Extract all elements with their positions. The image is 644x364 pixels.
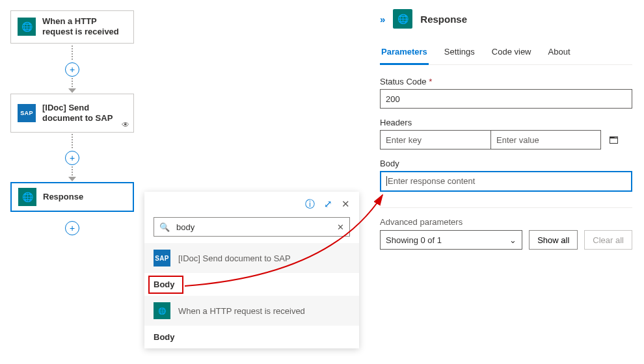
edit-headers-icon[interactable]: 🗔: [609, 135, 619, 146]
globe-icon: 🌐: [393, 9, 412, 29]
expand-icon[interactable]: ⤢: [324, 198, 332, 211]
search-icon: 🔍: [159, 222, 170, 232]
chevron-down-icon: ⌄: [509, 235, 517, 245]
token-group-title: [IDoc] Send document to SAP: [178, 254, 291, 263]
body-placeholder-text: Enter response content: [386, 176, 475, 186]
add-step-button[interactable]: +: [65, 151, 79, 165]
panel-title: Response: [420, 14, 467, 25]
sap-icon: SAP: [18, 104, 36, 122]
tab-parameters[interactable]: Parameters: [380, 43, 429, 65]
clear-search-icon[interactable]: ✕: [337, 222, 344, 232]
token-group-title: When a HTTP request is received: [178, 306, 305, 316]
node-label: When a HTTP request is received: [42, 16, 127, 38]
status-code-label: Status Code *: [380, 77, 632, 86]
globe-icon: 🌐: [18, 188, 36, 206]
token-picker: ⓘ ⤢ ✕ 🔍 ✕ SAP [IDoc] Send document to SA…: [144, 192, 359, 348]
headers-label: Headers: [380, 118, 632, 127]
details-panel: » 🌐 Response Parameters Settings Code vi…: [371, 0, 644, 364]
clear-all-button[interactable]: Clear all: [584, 230, 632, 250]
node-sap-send[interactable]: SAP [IDoc] Send document to SAP 👁: [10, 94, 134, 133]
token-search[interactable]: 🔍 ✕: [154, 217, 350, 237]
sap-icon: SAP: [154, 250, 170, 266]
body-label: Body: [380, 159, 632, 168]
advanced-params-select[interactable]: Showing 0 of 1 ⌄: [380, 230, 522, 250]
node-response[interactable]: 🌐 Response: [10, 182, 134, 212]
node-label: [IDoc] Send document to SAP: [42, 103, 127, 124]
header-key-input[interactable]: [380, 130, 490, 150]
arrowhead-icon: [68, 88, 76, 93]
token-group-sap[interactable]: SAP [IDoc] Send document to SAP: [144, 243, 359, 273]
add-step-button[interactable]: +: [65, 62, 79, 77]
connector-line: [72, 134, 73, 150]
advanced-params-value: Showing 0 of 1: [386, 235, 442, 245]
node-http-trigger[interactable]: 🌐 When a HTTP request is received: [10, 10, 134, 44]
collapse-panel-icon[interactable]: »: [380, 14, 385, 25]
tab-about[interactable]: About: [547, 43, 572, 64]
header-value-input[interactable]: [490, 130, 601, 150]
token-label: Body: [154, 280, 175, 289]
show-all-button[interactable]: Show all: [529, 230, 578, 250]
info-icon[interactable]: ⓘ: [305, 198, 315, 211]
token-item-body[interactable]: Body: [144, 326, 359, 348]
connector-line: [72, 46, 73, 61]
token-group-http[interactable]: 🌐 When a HTTP request is received: [144, 296, 359, 326]
preview-icon: 👁: [122, 120, 129, 129]
token-item-body[interactable]: Body: [144, 273, 359, 296]
panel-tabs: Parameters Settings Code view About: [380, 43, 632, 65]
close-icon[interactable]: ✕: [342, 198, 350, 211]
tab-codeview[interactable]: Code view: [490, 43, 533, 64]
connector-line: [72, 78, 73, 88]
globe-icon: 🌐: [18, 18, 36, 36]
body-input[interactable]: Enter response content: [380, 171, 632, 192]
divider: [380, 207, 632, 208]
globe-icon: 🌐: [154, 302, 170, 319]
tab-settings[interactable]: Settings: [443, 43, 476, 64]
connector-line: [72, 166, 73, 177]
token-search-input[interactable]: [175, 222, 337, 233]
arrowhead-icon: [68, 177, 76, 181]
add-step-button[interactable]: +: [65, 221, 79, 235]
advanced-params-label: Advanced parameters: [380, 217, 632, 227]
token-label: Body: [154, 332, 175, 342]
status-code-input[interactable]: [380, 89, 632, 109]
node-label: Response: [43, 192, 83, 202]
